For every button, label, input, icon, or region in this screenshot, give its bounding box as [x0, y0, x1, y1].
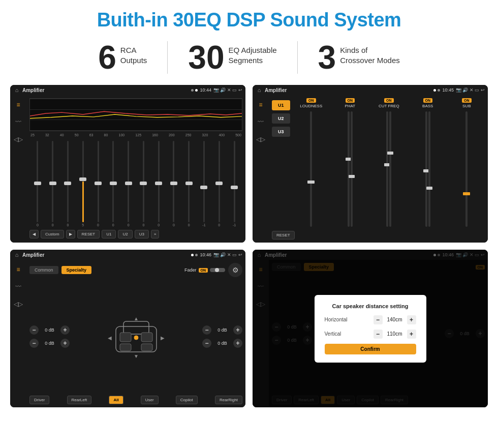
vol-plus-2[interactable]: + [233, 325, 242, 335]
fader-on-badge[interactable]: ON [199, 268, 208, 273]
dialog-horizontal-ctrl: − 140cm + [374, 315, 416, 324]
dialog-vertical-plus[interactable]: + [407, 330, 416, 339]
settings-icon[interactable]: ⚙ [228, 263, 242, 277]
vol-minus-0[interactable]: − [29, 325, 39, 335]
eq-u2-btn[interactable]: U2 [118, 230, 132, 238]
fader-8[interactable]: 0 [151, 141, 166, 227]
crossover-channels: ON LOUDNESS ON PHAT [293, 98, 485, 229]
preset-u2[interactable]: U2 [272, 113, 290, 124]
home-icon: ⌂ [13, 86, 20, 94]
sidebar-eq-icon-2[interactable]: ≡ [255, 99, 266, 110]
ch-phat-fader-r[interactable] [351, 111, 353, 227]
vol-minus-3[interactable]: − [202, 339, 211, 348]
vol-row-2: − 0 dB + [202, 325, 242, 335]
vol-row-0: − 0 dB + [29, 325, 70, 335]
ch-phat-faders [348, 111, 353, 227]
fader-1[interactable]: 0 [46, 141, 60, 227]
crossover-reset-btn[interactable]: RESET [272, 231, 295, 240]
left-vol-controls: − 0 dB + − 0 dB + [29, 279, 70, 394]
eq-next-btn[interactable]: ▶ [66, 230, 75, 238]
dialog-vertical-minus[interactable]: − [374, 330, 383, 339]
ch-cutfreq-on[interactable]: ON [384, 98, 394, 103]
ch-loudness-fader[interactable] [310, 111, 312, 227]
app-name-2: Amplifier [265, 87, 431, 93]
status-dots-2 [433, 89, 440, 92]
sidebar-wave-icon-2[interactable]: 〰 [255, 116, 266, 128]
fader-10[interactable]: 0 [182, 141, 196, 227]
status-icons-2: 📷 🔊 ✕ ▭ ↩ [456, 87, 485, 93]
ch-cutfreq-fader-l[interactable] [386, 111, 388, 227]
dialog-horizontal-plus[interactable]: + [407, 315, 416, 324]
time-3: 10:46 [200, 252, 211, 257]
eq-u1-btn[interactable]: U1 [102, 230, 116, 238]
fader-9[interactable]: 0 [167, 141, 181, 227]
fader-11[interactable]: -1 [197, 141, 211, 227]
dialog-vertical-value: 110cm [385, 331, 405, 337]
balance-layout: − 0 dB + − 0 dB + [29, 279, 242, 394]
btn-rearright[interactable]: RearRight [215, 396, 242, 404]
eq-more-btn[interactable]: » [151, 230, 159, 238]
stat-rca: 6 RCA Outputs [78, 41, 167, 74]
ch-cutfreq-label: CUT FREQ [379, 104, 399, 108]
vol-plus-0[interactable]: + [60, 325, 70, 335]
btn-rearleft[interactable]: RearLeft [67, 396, 92, 404]
fader-6[interactable]: 0 [121, 141, 136, 227]
sidebar-vol-icon[interactable]: ◁▷ [13, 134, 24, 145]
balance-content: ≡ 〰 ◁▷ Common Specialty Fader ON [10, 260, 245, 407]
ch-bass-fader-r[interactable] [428, 111, 430, 227]
eq-custom-btn[interactable]: Custom [41, 230, 64, 238]
screen-eq: ⌂ Amplifier 10:44 📷 🔊 ✕ ▭ ↩ ≡ 〰 ◁▷ [10, 85, 245, 243]
ch-phat: ON PHAT [332, 98, 368, 229]
ch-cutfreq-fader-r[interactable] [389, 111, 391, 227]
ch-bass-on[interactable]: ON [423, 98, 433, 103]
fader-4[interactable]: 0 [91, 141, 105, 227]
dialog-vertical-row: Vertical − 110cm + [325, 330, 416, 339]
eq-main: 25 32 40 50 63 80 100 125 160 200 250 32… [26, 95, 245, 243]
fader-13[interactable]: -1 [227, 141, 241, 227]
status-bar-1: ⌂ Amplifier 10:44 📷 🔊 ✕ ▭ ↩ [10, 85, 245, 95]
vol-minus-1[interactable]: − [29, 339, 39, 348]
sidebar-wave-icon-3[interactable]: 〰 [13, 281, 24, 292]
eq-prev-btn[interactable]: ◀ [29, 230, 39, 238]
fader-12[interactable]: 0 [212, 141, 226, 227]
eq-u3-btn[interactable]: U3 [135, 230, 149, 238]
dialog-horizontal-minus[interactable]: − [374, 315, 383, 324]
dot-3b [195, 254, 198, 256]
fader-2[interactable]: 0 [61, 141, 75, 227]
ch-phat-fader-l[interactable] [348, 111, 350, 227]
screen-crossover: ⌂ Amplifier 10:45 📷 🔊 ✕ ▭ ↩ ≡ 〰 ◁▷ U1 [253, 85, 488, 243]
vol-plus-1[interactable]: + [60, 339, 70, 348]
ch-sub-fader[interactable] [465, 111, 468, 227]
btn-user[interactable]: User [141, 396, 159, 404]
dialog-overlay: Car speaker distance setting Horizontal … [253, 250, 488, 407]
dialog-horizontal-row: Horizontal − 140cm + [325, 315, 416, 324]
fader-3[interactable]: 5 [76, 141, 90, 227]
ch-loudness-on[interactable]: ON [306, 98, 316, 103]
fader-7[interactable]: 0 [136, 141, 150, 227]
sidebar-eq-icon-3[interactable]: ≡ [13, 264, 24, 275]
preset-u1[interactable]: U1 [272, 100, 290, 110]
tab-common[interactable]: Common [29, 266, 58, 274]
sidebar-wave-icon[interactable]: 〰 [13, 116, 24, 128]
fader-0[interactable]: 0 [30, 141, 45, 227]
sidebar-vol-icon-3[interactable]: ◁▷ [13, 298, 24, 310]
ch-bass-fader-l[interactable] [425, 111, 427, 227]
btn-all[interactable]: All [109, 396, 123, 404]
fader-5[interactable]: 0 [106, 141, 120, 227]
screens-grid: ⌂ Amplifier 10:44 📷 🔊 ✕ ▭ ↩ ≡ 〰 ◁▷ [0, 81, 498, 412]
tab-specialty[interactable]: Specialty [61, 266, 92, 274]
ch-phat-on[interactable]: ON [346, 98, 355, 103]
eq-reset-btn[interactable]: RESET [77, 230, 100, 238]
sidebar-vol-icon-2[interactable]: ◁▷ [255, 134, 266, 145]
car-svg: ▲ ▼ ◀ ▶ [106, 311, 167, 362]
preset-u3[interactable]: U3 [272, 127, 290, 137]
dialog-confirm-button[interactable]: Confirm [325, 344, 416, 354]
vol-minus-2[interactable]: − [202, 325, 211, 335]
vol-plus-3[interactable]: + [233, 339, 242, 348]
fader-slider[interactable] [210, 268, 225, 272]
stat-eq-number: 30 [188, 41, 224, 74]
btn-driver[interactable]: Driver [29, 396, 49, 404]
btn-copilot[interactable]: Copilot [176, 396, 198, 404]
ch-sub-on[interactable]: ON [462, 98, 472, 103]
sidebar-eq-icon[interactable]: ≡ [13, 99, 24, 110]
